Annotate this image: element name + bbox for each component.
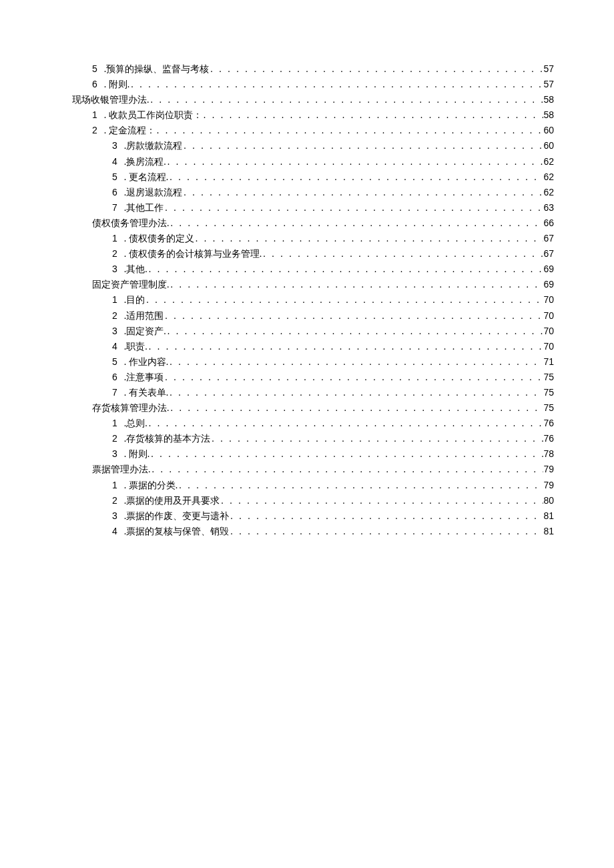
toc-entry: 5. 更名流程.. . . . . . . . . . . . . . . . … (60, 169, 554, 185)
toc-entry-number: 3 (112, 138, 124, 153)
toc-entry: 债权债务管理办法.. . . . . . . . . . . . . . . .… (60, 215, 554, 231)
toc-leader-dots: . . . . . . . . . . . . . . . . . . . . … (168, 385, 543, 400)
toc-entry-page: 58 (543, 92, 554, 107)
toc-entry: 3.票据的作废、变更与遗补. . . . . . . . . . . . . .… (60, 508, 554, 524)
toc-entry-page: 62 (543, 185, 554, 200)
toc-leader-dots: . . . . . . . . . . . . . . . . . . . . … (170, 215, 544, 231)
toc-entry: 4.职责.. . . . . . . . . . . . . . . . . .… (60, 339, 554, 354)
toc-entry: 3.房款缴款流程. . . . . . . . . . . . . . . . … (60, 138, 554, 153)
toc-leader-dots: . . . . . . . . . . . . . . . . . . . . … (170, 400, 544, 416)
toc-entry-page: 57 (543, 77, 554, 92)
toc-entry: 2.适用范围. . . . . . . . . . . . . . . . . … (60, 308, 554, 324)
toc-entry-label: .票据的复核与保管、销毁 (124, 524, 230, 539)
toc-entry: 5. 作业内容.. . . . . . . . . . . . . . . . … (60, 354, 554, 370)
toc-entry-label: 固定资产管理制度. (92, 277, 170, 292)
toc-entry: 固定资产管理制度.. . . . . . . . . . . . . . . .… (60, 277, 554, 292)
toc-entry: 票据管理办法.. . . . . . . . . . . . . . . . .… (60, 462, 554, 477)
toc-entry-number: 5 (92, 61, 104, 77)
toc-entry-page: 60 (543, 138, 554, 153)
toc-entry-page: 81 (543, 508, 554, 524)
toc-entry-number: 1 (112, 478, 124, 493)
toc-entry-page: 67 (543, 231, 554, 246)
toc-entry-label: .预算的操纵、监督与考核 (104, 61, 210, 77)
toc-entry: 3.其他.. . . . . . . . . . . . . . . . . .… (60, 262, 554, 277)
toc-entry-number: 2 (112, 431, 124, 446)
toc-entry-page: 79 (543, 462, 554, 477)
toc-leader-dots: . . . . . . . . . . . . . . . . . . . . … (145, 292, 543, 308)
toc-entry-number: 3 (112, 508, 124, 524)
toc-entry-label: . 定金流程： (104, 123, 156, 138)
toc-leader-dots: . . . . . . . . . . . . . . . . . . . . … (164, 308, 543, 324)
toc-entry: 4.票据的复核与保管、销毁. . . . . . . . . . . . . .… (60, 524, 554, 539)
toc-leader-dots: . . . . . . . . . . . . . . . . . . . . … (202, 107, 544, 123)
toc-entry-page: 70 (543, 292, 554, 308)
toc-entry-number: 7 (112, 200, 124, 215)
toc-entry-page: 78 (543, 446, 554, 462)
toc-entry-page: 80 (543, 493, 554, 508)
toc-entry-page: 70 (543, 308, 554, 324)
toc-entry-number: 7 (112, 385, 124, 400)
toc-entry-page: 63 (543, 200, 554, 215)
toc-entry-label: . 债权债务的会计核算与业务管理. (124, 246, 262, 262)
toc-entry: 6.注意事项. . . . . . . . . . . . . . . . . … (60, 370, 554, 385)
toc-entry-number: 1 (112, 231, 124, 246)
toc-entry-page: 67 (543, 246, 554, 262)
toc-entry-page: 81 (543, 524, 554, 539)
toc-entry: 3. 附则.. . . . . . . . . . . . . . . . . … (60, 446, 554, 462)
toc-entry-label: .退房退款流程 (124, 185, 183, 200)
toc-leader-dots: . . . . . . . . . . . . . . . . . . . . … (182, 185, 543, 200)
toc-entry-number: 2 (112, 308, 124, 324)
toc-leader-dots: . . . . . . . . . . . . . . . . . . . . … (229, 524, 543, 539)
toc-leader-dots: . . . . . . . . . . . . . . . . . . . . … (166, 154, 544, 169)
toc-entry-number: 1 (92, 107, 104, 123)
toc-leader-dots: . . . . . . . . . . . . . . . . . . . . … (182, 138, 543, 153)
toc-leader-dots: . . . . . . . . . . . . . . . . . . . . … (210, 431, 543, 446)
toc-entry-number: 3 (112, 324, 124, 339)
toc-entry-number: 5 (112, 354, 124, 370)
toc-leader-dots: . . . . . . . . . . . . . . . . . . . . … (164, 370, 543, 385)
toc-entry: 1.总则.. . . . . . . . . . . . . . . . . .… (60, 416, 554, 431)
toc-entry: 6.退房退款流程. . . . . . . . . . . . . . . . … (60, 185, 554, 200)
toc-entry: 2. 定金流程：. . . . . . . . . . . . . . . . … (60, 123, 554, 138)
toc-entry-number: 3 (112, 262, 124, 277)
toc-entry-label: .票据的使用及开具要求 (124, 493, 220, 508)
toc-entry-page: 70 (543, 339, 554, 354)
toc-entry-number: 1 (112, 292, 124, 308)
toc-entry-label: . 收款员工作岗位职责： (104, 107, 202, 123)
toc-entry-label: .换房流程. (124, 154, 166, 169)
toc-entry-page: 62 (543, 154, 554, 169)
toc-entry: 1. 票据的分类.. . . . . . . . . . . . . . . .… (60, 478, 554, 493)
toc-entry-page: 60 (543, 123, 554, 138)
toc-entry: 现场收银管理办法.. . . . . . . . . . . . . . . .… (60, 92, 554, 107)
toc-entry-label: . 有关表单. (124, 385, 169, 400)
toc-entry-label: .总则. (124, 416, 147, 431)
toc-leader-dots: . . . . . . . . . . . . . . . . . . . . … (166, 324, 544, 339)
toc-entry: 7. 有关表单.. . . . . . . . . . . . . . . . … (60, 385, 554, 400)
toc-leader-dots: . . . . . . . . . . . . . . . . . . . . … (262, 246, 543, 262)
toc-leader-dots: . . . . . . . . . . . . . . . . . . . . … (149, 446, 543, 462)
toc-leader-dots: . . . . . . . . . . . . . . . . . . . . … (209, 61, 543, 77)
toc-entry: 1. 债权债务的定义. . . . . . . . . . . . . . . … (60, 231, 554, 246)
toc-entry-number: 4 (112, 339, 124, 354)
toc-leader-dots: . . . . . . . . . . . . . . . . . . . . … (147, 416, 544, 431)
toc-entry-page: 75 (543, 385, 554, 400)
toc-entry-label: . 附则. (104, 77, 130, 92)
toc-entry-page: 69 (543, 277, 554, 292)
toc-leader-dots: . . . . . . . . . . . . . . . . . . . . … (164, 200, 543, 215)
toc-entry: 7.其他工作. . . . . . . . . . . . . . . . . … (60, 200, 554, 215)
toc-leader-dots: . . . . . . . . . . . . . . . . . . . . … (220, 493, 543, 508)
toc-leader-dots: . . . . . . . . . . . . . . . . . . . . … (129, 77, 543, 92)
toc-entry-label: . 附则. (124, 446, 150, 462)
toc-entry-page: 66 (543, 215, 554, 231)
toc-entry-number: 1 (112, 416, 124, 431)
toc-entry: 4.换房流程.. . . . . . . . . . . . . . . . .… (60, 154, 554, 169)
toc-entry-page: 76 (543, 416, 554, 431)
toc-entry: 1.目的. . . . . . . . . . . . . . . . . . … (60, 292, 554, 308)
toc-entry-label: .注意事项 (124, 370, 164, 385)
toc-entry-label: .适用范围 (124, 308, 164, 324)
toc-entry-label: . 债权债务的定义 (124, 231, 194, 246)
toc-entry: 存货核算管理办法.. . . . . . . . . . . . . . . .… (60, 400, 554, 416)
toc-entry-label: . 票据的分类. (124, 478, 178, 493)
toc-entry-label: . 更名流程. (124, 169, 169, 185)
table-of-contents: 5.预算的操纵、监督与考核. . . . . . . . . . . . . .… (60, 61, 554, 539)
